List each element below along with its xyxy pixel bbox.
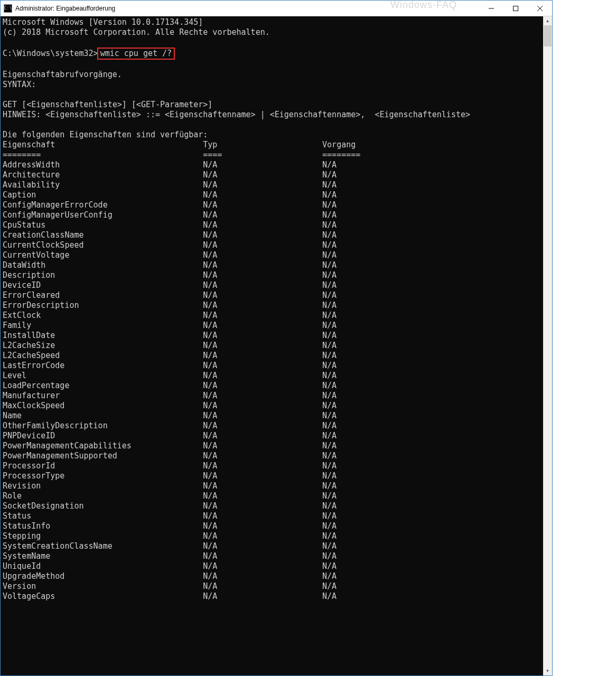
table-row: RevisionN/AN/A xyxy=(3,481,541,491)
col-type: N/A xyxy=(203,321,322,331)
col-operation: N/A xyxy=(322,401,337,411)
col-type: N/A xyxy=(203,270,322,280)
col-property: Description xyxy=(3,270,203,280)
col-operation: N/A xyxy=(322,541,337,551)
col-property: L2CacheSpeed xyxy=(3,351,203,361)
col-type: N/A xyxy=(203,290,322,301)
col-property: PowerManagementSupported xyxy=(3,451,203,461)
col-property: Revision xyxy=(3,481,203,491)
col-type: N/A xyxy=(203,361,322,371)
col-operation: N/A xyxy=(322,451,337,461)
col-property: LastErrorCode xyxy=(3,361,203,371)
close-button[interactable] xyxy=(528,1,552,16)
col-property: ExtClock xyxy=(3,311,203,321)
titlebar[interactable]: C:\ Administrator: Eingabeaufforderung W… xyxy=(1,1,552,16)
table-row: ArchitectureN/AN/A xyxy=(3,170,541,180)
col-operation: N/A xyxy=(322,361,337,371)
console-area: Microsoft Windows [Version 10.0.17134.34… xyxy=(1,16,552,675)
col-type: N/A xyxy=(203,250,322,260)
col-property: Version xyxy=(3,581,203,592)
minimize-button[interactable] xyxy=(479,1,503,16)
col-type: N/A xyxy=(203,351,322,361)
table-header: EigenschaftTypVorgang xyxy=(3,140,541,150)
col-operation: N/A xyxy=(322,501,337,511)
hint-line: HINWEIS: <Eigenschaftenliste> ::= <Eigen… xyxy=(3,110,470,119)
col-operation: N/A xyxy=(322,170,337,180)
col-property: AddressWidth xyxy=(3,160,203,170)
col-type: N/A xyxy=(203,581,322,592)
table-row: ErrorDescriptionN/AN/A xyxy=(3,301,541,311)
vertical-scrollbar[interactable]: ▲ ▼ xyxy=(543,16,552,675)
col-type: N/A xyxy=(203,571,322,581)
col-property: SocketDesignation xyxy=(3,501,203,511)
scroll-thumb[interactable] xyxy=(544,25,552,46)
col-property: ======== xyxy=(3,150,203,160)
col-operation: N/A xyxy=(322,592,337,602)
col-property: CurrentClockSpeed xyxy=(3,240,203,250)
col-type: N/A xyxy=(203,401,322,411)
col-operation: ======== xyxy=(322,150,360,160)
col-type: N/A xyxy=(203,180,322,190)
col-operation: N/A xyxy=(322,571,337,581)
col-type: N/A xyxy=(203,511,322,521)
table-row: LastErrorCodeN/AN/A xyxy=(3,361,541,371)
col-property: ConfigManagerUserConfig xyxy=(3,210,203,220)
col-property: Eigenschaft xyxy=(3,140,203,150)
table-underline: ==================== xyxy=(3,150,541,160)
col-operation: N/A xyxy=(322,551,337,561)
col-type: N/A xyxy=(203,411,322,421)
table-row: UpgradeMethodN/AN/A xyxy=(3,571,541,581)
table-row: DescriptionN/AN/A xyxy=(3,270,541,280)
col-type: N/A xyxy=(203,301,322,311)
col-operation: N/A xyxy=(322,421,337,431)
scroll-up-icon[interactable]: ▲ xyxy=(543,16,552,25)
scroll-down-icon[interactable]: ▼ xyxy=(543,666,552,675)
col-operation: N/A xyxy=(322,200,337,210)
col-operation: N/A xyxy=(322,411,337,421)
col-operation: N/A xyxy=(322,220,337,230)
col-property: UniqueId xyxy=(3,561,203,571)
col-operation: N/A xyxy=(322,250,337,260)
col-operation: N/A xyxy=(322,471,337,481)
col-property: ErrorDescription xyxy=(3,301,203,311)
table-row: CpuStatusN/AN/A xyxy=(3,220,541,230)
table-row: SocketDesignationN/AN/A xyxy=(3,501,541,511)
col-type: N/A xyxy=(203,240,322,250)
col-operation: N/A xyxy=(322,341,337,351)
cmd-icon: C:\ xyxy=(4,4,12,13)
command-highlight: wmic cpu get /? xyxy=(97,48,175,60)
table-row: L2CacheSpeedN/AN/A xyxy=(3,351,541,361)
table-row: NameN/AN/A xyxy=(3,411,541,421)
col-type: N/A xyxy=(203,311,322,321)
col-operation: N/A xyxy=(322,461,337,471)
table-row: UniqueIdN/AN/A xyxy=(3,561,541,571)
col-property: DataWidth xyxy=(3,260,203,270)
table-row: RoleN/AN/A xyxy=(3,491,541,501)
console-output[interactable]: Microsoft Windows [Version 10.0.17134.34… xyxy=(1,16,543,675)
maximize-button[interactable] xyxy=(503,1,528,16)
col-property: Stepping xyxy=(3,531,203,541)
syntax-line: GET [<Eigenschaftenliste>] [<GET-Paramet… xyxy=(3,100,212,109)
col-operation: N/A xyxy=(322,441,337,451)
col-type: N/A xyxy=(203,421,322,431)
col-property: VoltageCaps xyxy=(3,592,203,602)
col-operation: N/A xyxy=(322,260,337,270)
col-property: PNPDeviceID xyxy=(3,431,203,441)
col-type: N/A xyxy=(203,160,322,170)
col-type: Typ xyxy=(203,140,322,150)
col-property: OtherFamilyDescription xyxy=(3,421,203,431)
col-operation: N/A xyxy=(322,381,337,391)
col-operation: N/A xyxy=(322,431,337,441)
col-operation: N/A xyxy=(322,521,337,531)
col-type: N/A xyxy=(203,441,322,451)
col-type: N/A xyxy=(203,230,322,240)
table-row: ProcessorTypeN/AN/A xyxy=(3,471,541,481)
col-operation: N/A xyxy=(322,230,337,240)
section-title: Eigenschaftabrufvorgänge. xyxy=(3,70,122,79)
col-property: LoadPercentage xyxy=(3,381,203,391)
table-row: ProcessorIdN/AN/A xyxy=(3,461,541,471)
table-row: FamilyN/AN/A xyxy=(3,321,541,331)
table-row: InstallDateN/AN/A xyxy=(3,331,541,341)
table-row: CreationClassNameN/AN/A xyxy=(3,230,541,240)
col-type: N/A xyxy=(203,461,322,471)
